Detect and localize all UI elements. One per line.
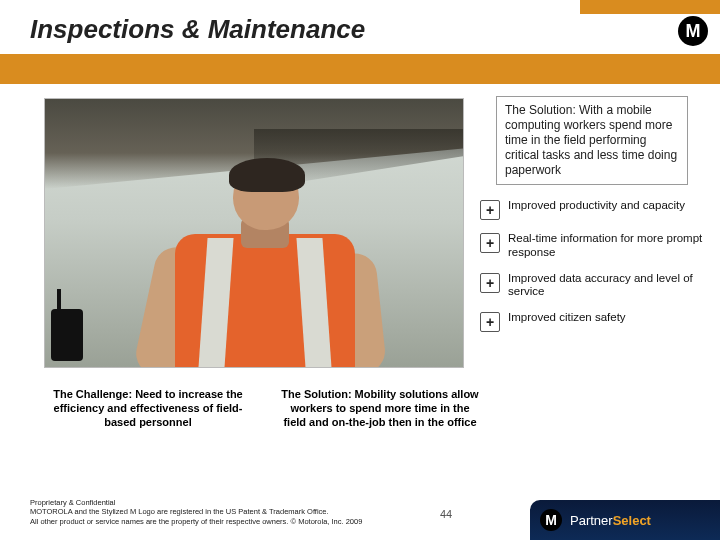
accent-bar bbox=[580, 0, 720, 14]
page-number: 44 bbox=[440, 508, 452, 520]
benefit-text: Improved data accuracy and level of serv… bbox=[508, 272, 704, 300]
benefit-item: + Improved citizen safety bbox=[476, 305, 708, 338]
benefit-item: + Improved productivity and capacity bbox=[476, 193, 708, 226]
logo-glyph: M bbox=[545, 512, 557, 528]
legal-line: All other product or service names are t… bbox=[30, 517, 362, 526]
radio-icon bbox=[51, 309, 83, 361]
motorola-logo-icon: M bbox=[540, 509, 562, 531]
slide-body: The Solution: With a mobile computing wo… bbox=[0, 92, 720, 452]
challenge-box: The Challenge: Need to increase the effi… bbox=[44, 386, 252, 431]
benefit-text: Improved citizen safety bbox=[508, 311, 626, 325]
benefits-list: + Improved productivity and capacity + R… bbox=[476, 193, 708, 338]
plus-icon: + bbox=[480, 312, 500, 332]
hero-worker bbox=[155, 164, 375, 368]
slide-footer: Proprietary & Confidential MOTOROLA and … bbox=[0, 478, 720, 540]
benefit-item: + Improved data accuracy and level of se… bbox=[476, 266, 708, 306]
partner-word: Partner bbox=[570, 513, 613, 528]
slide-header: Inspections & Maintenance M bbox=[0, 0, 720, 70]
solution-summary-text: The Solution: With a mobile computing wo… bbox=[505, 103, 679, 178]
solution-summary-box: The Solution: With a mobile computing wo… bbox=[496, 96, 688, 185]
benefit-item: + Real-time information for more prompt … bbox=[476, 226, 708, 266]
benefit-text: Real-time information for more prompt re… bbox=[508, 232, 704, 260]
plus-icon: + bbox=[480, 273, 500, 293]
bottom-callouts: The Challenge: Need to increase the effi… bbox=[44, 386, 484, 431]
plus-icon: + bbox=[480, 233, 500, 253]
legal-line: Proprietary & Confidential bbox=[30, 498, 362, 507]
legal-line: MOTOROLA and the Stylized M Logo are reg… bbox=[30, 507, 362, 516]
partner-badge: M PartnerSelect bbox=[530, 500, 720, 540]
solution-box: The Solution: Mobility solutions allow w… bbox=[276, 386, 484, 431]
worker-vest bbox=[175, 234, 355, 368]
title-underline bbox=[0, 54, 720, 84]
plus-icon: + bbox=[480, 200, 500, 220]
motorola-logo-icon: M bbox=[678, 16, 708, 46]
legal-text: Proprietary & Confidential MOTOROLA and … bbox=[30, 498, 362, 526]
right-column: The Solution: With a mobile computing wo… bbox=[476, 92, 708, 338]
select-word: Select bbox=[613, 513, 651, 528]
partner-select-text: PartnerSelect bbox=[570, 513, 651, 528]
benefit-text: Improved productivity and capacity bbox=[508, 199, 685, 213]
worker-hair bbox=[229, 158, 305, 192]
hero-image bbox=[44, 98, 464, 368]
logo-glyph: M bbox=[686, 21, 701, 42]
